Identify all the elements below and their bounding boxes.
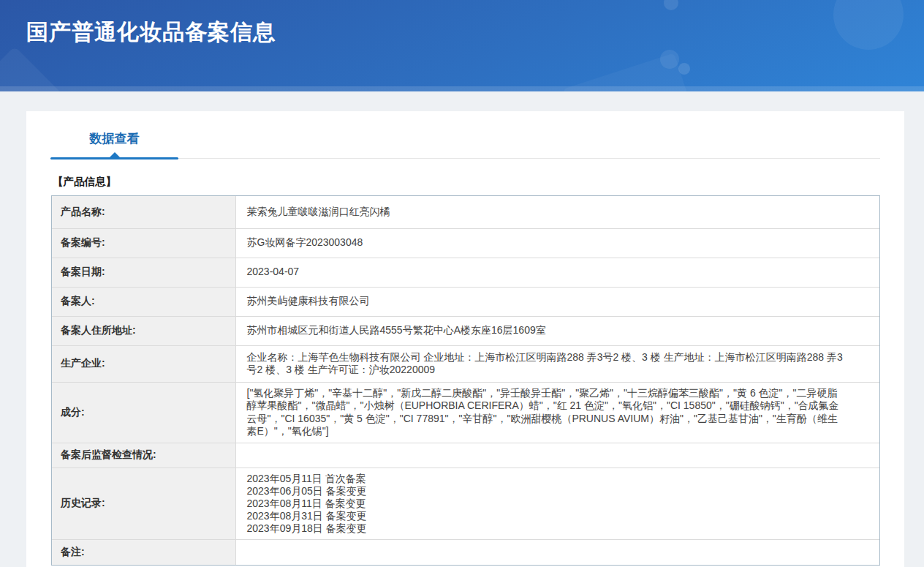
tab-data-view[interactable]: 数据查看	[50, 130, 178, 158]
row-value: 莱索兔儿童啵啵滋润口红亮闪橘	[235, 196, 879, 228]
page-banner: 国产普通化妆品备案信息	[0, 0, 924, 91]
row-value: 苏州市相城区元和街道人民路4555号繁花中心A楼东座16层1609室	[235, 316, 879, 345]
tab-data-view-label: 数据查看	[90, 132, 140, 146]
row-label: 备案日期:	[52, 258, 235, 287]
row-value: 企业名称：上海芊色生物科技有限公司 企业地址：上海市松江区明南路288 弄3号2…	[235, 345, 879, 382]
table-row-registrant-address: 备案人住所地址: 苏州市相城区元和街道人民路4555号繁花中心A楼东座16层16…	[52, 316, 879, 345]
tab-active-underline	[50, 157, 178, 159]
row-label: 备案人:	[52, 287, 235, 316]
table-row-history-records: 历史记录: 2023年05月11日 首次备案 2023年06月05日 备案变更 …	[52, 468, 879, 539]
content-card: 数据查看 【产品信息】 产品名称: 莱索兔儿童啵啵滋润口红亮闪橘 备案编号: 苏…	[26, 111, 904, 567]
product-info-table: 产品名称: 莱索兔儿童啵啵滋润口红亮闪橘 备案编号: 苏G妆网备字2023003…	[51, 195, 880, 566]
row-label: 成分:	[52, 382, 235, 443]
table-row-manufacturer: 生产企业: 企业名称：上海芊色生物科技有限公司 企业地址：上海市松江区明南路28…	[52, 345, 879, 382]
row-value: ["氢化聚异丁烯"，"辛基十二醇"，"新戊二醇二庚酸酯"，"异壬酸异壬酯"，"聚…	[235, 382, 879, 443]
table-row-registrant: 备案人: 苏州美屿健康科技有限公司	[52, 287, 879, 316]
section-title-product-info: 【产品信息】	[53, 175, 904, 189]
row-value: 2023年05月11日 首次备案 2023年06月05日 备案变更 2023年0…	[235, 468, 879, 539]
table-row-ingredients: 成分: ["氢化聚异丁烯"，"辛基十二醇"，"新戊二醇二庚酸酯"，"异壬酸异壬酯…	[52, 382, 879, 443]
row-value	[235, 539, 879, 565]
table-row-record-date: 备案日期: 2023-04-07	[52, 258, 879, 287]
row-label: 备案人住所地址:	[52, 316, 235, 345]
table-row-remarks: 备注:	[52, 539, 879, 565]
table-row-product-name: 产品名称: 莱索兔儿童啵啵滋润口红亮闪橘	[52, 196, 879, 228]
row-label: 备注:	[52, 539, 235, 565]
tab-active-pointer-icon	[110, 152, 120, 157]
row-value: 苏州美屿健康科技有限公司	[235, 287, 879, 316]
banner-shape-decoration	[0, 46, 77, 91]
tab-bar: 数据查看	[50, 111, 880, 159]
row-value: 苏G妆网备字2023003048	[235, 228, 879, 258]
table-row-post-record-supervision: 备案后监督检查情况:	[52, 443, 879, 468]
row-label: 备案编号:	[52, 228, 235, 258]
row-value: 2023-04-07	[235, 258, 879, 287]
row-label: 产品名称:	[52, 196, 235, 228]
row-label: 备案后监督检查情况:	[52, 443, 235, 468]
row-value	[235, 443, 879, 468]
page-title: 国产普通化妆品备案信息	[0, 0, 924, 48]
banner-bottom-strip	[0, 86, 924, 91]
row-label: 生产企业:	[52, 345, 235, 382]
table-row-record-number: 备案编号: 苏G妆网备字2023003048	[52, 228, 879, 258]
row-label: 历史记录:	[52, 468, 235, 539]
